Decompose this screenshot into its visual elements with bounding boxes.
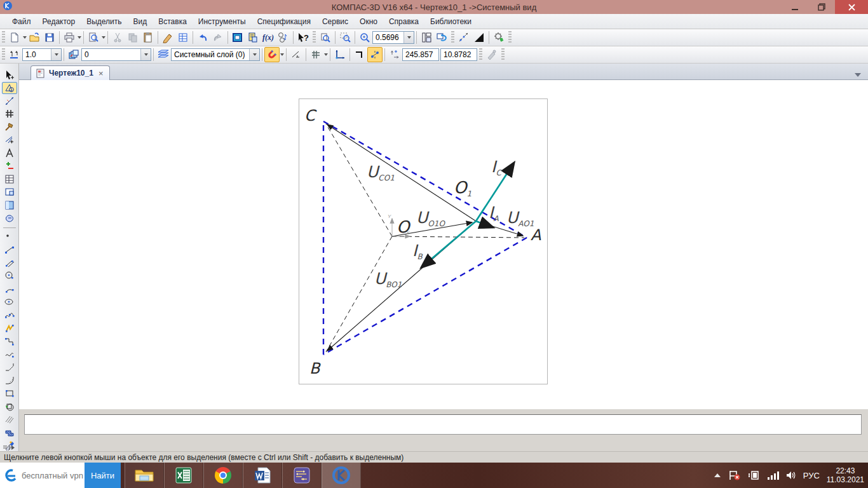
menu-select[interactable]: Выделить (81, 15, 127, 28)
vector-diagram[interactable] (299, 99, 548, 385)
hidden-icons-chevron[interactable] (714, 473, 721, 478)
save-button[interactable] (42, 30, 57, 45)
hatch-lines-tool-icon[interactable] (2, 413, 17, 426)
scale-combo[interactable]: 1.0 (22, 48, 62, 61)
menu-editor[interactable]: Редактор (37, 15, 81, 28)
search-submit-button[interactable]: Найти (85, 463, 121, 488)
copy-icon[interactable] (125, 30, 140, 45)
toolbar-grip[interactable] (2, 48, 5, 61)
zoom-in-out-icon[interactable] (357, 30, 372, 45)
taskbar-word-icon[interactable] (243, 463, 282, 488)
volume-icon[interactable] (786, 471, 796, 480)
tab-overflow-icon[interactable] (854, 69, 862, 80)
snap-magnet-dropdown[interactable] (280, 53, 284, 56)
curve-tool-icon[interactable] (2, 348, 17, 361)
local-cs-icon[interactable] (332, 47, 348, 62)
report-table-icon[interactable] (2, 173, 17, 186)
parallel-line-tool-icon[interactable] (2, 257, 17, 269)
undo-icon[interactable] (195, 30, 210, 45)
zoom-level-combo[interactable]: 0.5696 (372, 31, 414, 44)
language-indicator[interactable]: РУС (803, 471, 820, 480)
cursor-x-field[interactable]: 245.857 (402, 48, 439, 61)
action-center-flag-icon[interactable] (728, 470, 741, 480)
cursor-y-field[interactable]: 10.8782 (440, 48, 477, 61)
zoom-by-area-icon[interactable] (337, 30, 353, 45)
rectangle-tool-icon[interactable] (2, 387, 17, 400)
document-manager-icon[interactable] (230, 30, 245, 45)
taskbar-search-box[interactable]: бесплатный vpn (0, 463, 85, 488)
specification-tool-icon[interactable] (2, 160, 17, 173)
layer-combo[interactable]: Системный слой (0) (171, 48, 260, 61)
property-bar-input[interactable] (25, 415, 861, 434)
minimize-button[interactable] (782, 0, 808, 14)
ellipse-tool-icon[interactable] (2, 296, 17, 309)
fillet-tool-icon[interactable] (2, 374, 17, 387)
select-tool-icon[interactable] (2, 69, 17, 81)
snap-magnet-toggle[interactable] (264, 47, 280, 62)
orientation-icon[interactable] (471, 30, 487, 45)
formula-fx-icon[interactable]: f(x) (261, 30, 276, 45)
taskbar-kompas-icon[interactable] (322, 463, 361, 488)
editing-tool-icon[interactable] (2, 121, 17, 133)
menu-tools[interactable]: Инструменты (193, 15, 252, 28)
measure-distance-icon[interactable] (456, 30, 471, 45)
spline-tool-icon[interactable] (2, 309, 17, 322)
tab-drawing10-1[interactable]: Чертеж10_1 × (31, 65, 110, 80)
scale-combo-dropdown[interactable] (51, 49, 61, 60)
menu-help[interactable]: Справка (383, 15, 424, 28)
menu-libraries[interactable]: Библиотеки (424, 15, 477, 28)
menu-window[interactable]: Окно (354, 15, 383, 28)
fragment-tool-icon[interactable] (2, 199, 17, 212)
insert-view-icon[interactable] (2, 186, 17, 199)
chamfer-tool-icon[interactable] (2, 361, 17, 374)
views-list-icon[interactable] (66, 47, 81, 62)
rounding-snap-toggle[interactable] (367, 47, 383, 62)
clock[interactable]: 22:43 11.03.2021 (827, 466, 864, 484)
phase-triangle-lines[interactable] (323, 121, 527, 355)
exchange-variables-icon[interactable] (276, 30, 291, 45)
layer-combo-dropdown[interactable] (249, 49, 259, 60)
copy-properties-icon[interactable] (160, 30, 175, 45)
settings-gear-icon[interactable] (491, 30, 506, 45)
variables-manager-icon[interactable] (245, 30, 261, 45)
point-tool-icon[interactable] (2, 231, 17, 243)
circle-tool-icon[interactable] (2, 270, 17, 283)
paste-icon[interactable] (140, 30, 156, 45)
close-button[interactable] (835, 0, 868, 14)
dimensions-tool-icon[interactable] (2, 95, 17, 107)
menu-service[interactable]: Сервис (316, 15, 354, 28)
print-preview-dropdown[interactable] (102, 36, 105, 39)
continuous-input-tool-icon[interactable] (2, 335, 17, 348)
linewidth-scale-icon[interactable] (7, 47, 22, 62)
print-preview-button[interactable] (86, 30, 101, 45)
collect-contour-tool-icon[interactable] (2, 400, 17, 413)
current-view-combo[interactable]: 0 (81, 48, 151, 61)
redo-icon[interactable] (210, 30, 226, 45)
refresh-image-icon[interactable] (434, 30, 449, 45)
restore-button[interactable] (808, 0, 835, 14)
tab-close-icon[interactable]: × (98, 69, 104, 78)
grid-toggle-icon[interactable] (308, 47, 323, 62)
coordinates-icon[interactable] (387, 47, 402, 62)
menu-specification[interactable]: Спецификация (252, 15, 316, 28)
grid-dropdown[interactable] (324, 53, 328, 56)
new-document-button[interactable] (7, 30, 22, 45)
toolbar-grip[interactable] (2, 31, 5, 44)
menu-insert[interactable]: Вставка (153, 15, 193, 28)
taskbar-chrome-icon[interactable] (203, 463, 243, 488)
zoom-by-page-icon[interactable] (318, 30, 333, 45)
ortho-mode-icon[interactable] (352, 47, 367, 62)
region-fill-tool-icon[interactable] (2, 426, 17, 439)
drawing-canvas[interactable]: C A B O O1 UCO1 UO1O UAO1 UBO1 IC IA IB … (19, 80, 868, 409)
menu-file[interactable]: Файл (6, 15, 37, 28)
object-properties-icon[interactable] (175, 30, 191, 45)
arc-tool-icon[interactable] (2, 283, 17, 295)
show-all-icon[interactable] (419, 30, 434, 45)
help-what-is-icon[interactable]: ? (295, 30, 311, 45)
drawing-view-frame[interactable]: C A B O O1 UCO1 UO1O UAO1 UBO1 IC IA IB … (299, 98, 548, 384)
zoom-combo-dropdown[interactable] (403, 32, 414, 43)
polyline-tool-icon[interactable] (2, 322, 17, 335)
designations-tool-icon[interactable] (2, 108, 17, 121)
taskbar-circuit-app-icon[interactable] (282, 463, 322, 488)
menu-view[interactable]: Вид (128, 15, 153, 28)
